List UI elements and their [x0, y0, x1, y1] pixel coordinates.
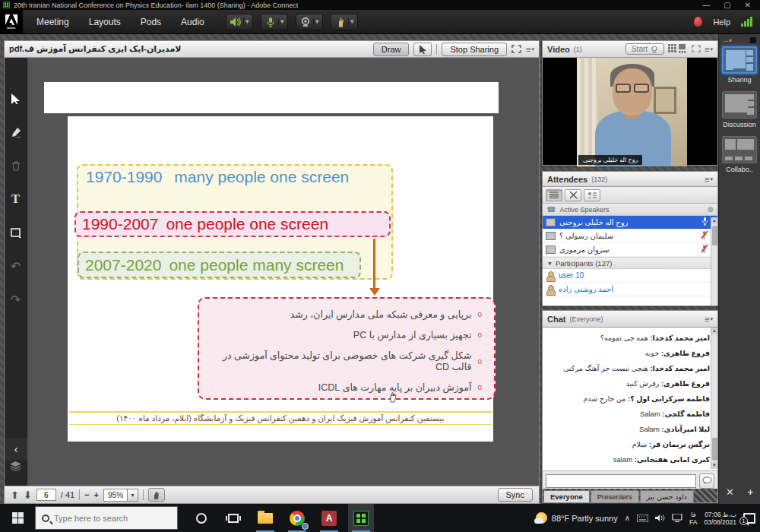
layout-discussion-thumbnail[interactable]	[722, 91, 757, 119]
participants-section-header[interactable]: ▼ Participants (127)	[543, 257, 717, 269]
layout-collaboration-label[interactable]: Collabo..	[726, 166, 753, 173]
chat-tab-presenters[interactable]: Presenters	[591, 490, 639, 502]
raise-hand-caret-icon[interactable]: ▼	[348, 18, 356, 25]
share-pod: لامدیران-ایک ایزی کنفرانس آموزش ف.pdf Dr…	[4, 40, 540, 504]
timeline-1-years: 1970-1990	[86, 168, 162, 185]
page-number-input[interactable]	[36, 489, 56, 501]
taskbar-search[interactable]	[35, 506, 178, 530]
help-link[interactable]: Help	[713, 17, 730, 27]
webcam-button[interactable]: ▼	[296, 14, 323, 30]
redo-tool[interactable]: ↷	[7, 290, 25, 309]
status-view-button[interactable]	[584, 189, 600, 201]
pan-tool-button[interactable]	[148, 488, 165, 502]
file-explorer-button[interactable]	[252, 504, 278, 532]
volume-tray-icon[interactable]	[655, 514, 665, 522]
chat-message: لیلا امیرآبادیSalam	[543, 425, 710, 433]
layouts-menu-icon[interactable]: —▾	[723, 37, 732, 44]
pointer-tool-button[interactable]	[413, 43, 432, 56]
menu-pods[interactable]: Pods	[141, 17, 161, 27]
webcam-caret-icon[interactable]: ▼	[313, 18, 321, 25]
microphone-button[interactable]: ▼	[261, 14, 288, 30]
speaker-button[interactable]: ▼	[226, 14, 253, 30]
connection-signal-icon	[741, 17, 752, 27]
chat-scope: (Everyone)	[569, 315, 603, 323]
chat-message: فروغ طاهریرفرش کنید	[543, 379, 710, 388]
menu-layouts[interactable]: Layouts	[89, 17, 121, 27]
scroll-up-icon[interactable]: ▲	[711, 217, 717, 224]
attendee-row[interactable]: سلیمان رسولی ؟	[543, 230, 717, 243]
close-button[interactable]: ✕	[745, 2, 751, 9]
maximize-button[interactable]: ▢	[724, 2, 730, 9]
participant-row[interactable]: احمد روشنی زاده	[543, 283, 717, 296]
select-arrow-tool[interactable]	[7, 90, 25, 108]
weather-widget[interactable]: 88°F Partly sunny	[536, 512, 618, 524]
list-view-button[interactable]	[546, 189, 562, 201]
access-button[interactable]: A	[316, 504, 342, 532]
layouts-close-icon[interactable]	[750, 37, 756, 43]
breakout-view-button[interactable]	[565, 189, 581, 201]
task-view-icon	[228, 514, 239, 523]
undo-tool[interactable]: ↶	[7, 257, 25, 275]
minimize-button[interactable]: —	[702, 2, 710, 9]
draw-button[interactable]: Draw	[373, 43, 410, 56]
layout-sharing-thumbnail[interactable]	[722, 46, 757, 74]
chat-tab-private[interactable]: داود حسن بیز	[640, 490, 694, 502]
add-layout-icon[interactable]: +	[747, 486, 753, 498]
network-tray-icon[interactable]	[672, 514, 682, 522]
layout-sharing-label[interactable]: Sharing	[727, 76, 751, 84]
raise-hand-button[interactable]: ▼	[331, 14, 358, 30]
send-message-button[interactable]	[699, 473, 714, 489]
text-tool[interactable]: T	[7, 190, 25, 208]
action-center-icon[interactable]: 1	[743, 513, 755, 524]
chat-pod: Chat (Everyone) ≡▾ امیر محمد کدخداهمه چی…	[542, 310, 718, 503]
fullscreen-icon[interactable]	[511, 45, 521, 53]
share-pod-menu-icon[interactable]: ≡▾	[526, 45, 534, 54]
video-pod-menu-icon[interactable]: ≡▾	[705, 45, 713, 54]
chat-scrollbar[interactable]: ▲ ▼	[711, 328, 717, 469]
language-indicator[interactable]: فا FA	[689, 511, 697, 526]
microphone-caret-icon[interactable]: ▼	[278, 18, 286, 25]
layout-collaboration-thumbnail[interactable]	[722, 136, 757, 163]
layout-tools-icon[interactable]: ✕	[726, 486, 734, 498]
search-input[interactable]	[54, 514, 160, 523]
speaker-caret-icon[interactable]: ▼	[243, 18, 251, 25]
filmstrip-view-icon[interactable]	[668, 44, 688, 54]
video-fullscreen-icon[interactable]	[692, 45, 701, 54]
chat-tab-everyone[interactable]: Everyone	[543, 490, 590, 502]
adobe-connect-button[interactable]	[348, 504, 374, 532]
layout-discussion-label[interactable]: Discussion	[723, 121, 756, 128]
attendees-scrollbar[interactable]: ▲	[711, 217, 717, 306]
keyboard-tray-icon[interactable]	[637, 515, 648, 522]
delete-tool[interactable]	[7, 157, 25, 175]
start-button[interactable]	[0, 504, 35, 532]
menu-meeting[interactable]: Meeting	[36, 17, 69, 27]
attendees-pod-menu-icon[interactable]: ≡▾	[705, 175, 713, 184]
scroll-down-icon[interactable]: ▼	[711, 462, 717, 469]
tray-overflow-icon[interactable]: ∧	[625, 514, 630, 522]
chat-pod-menu-icon[interactable]: ≡▾	[705, 315, 713, 324]
chat-input[interactable]	[546, 474, 696, 488]
marker-tool[interactable]	[7, 123, 25, 141]
participant-row[interactable]: user 10	[543, 269, 717, 283]
zoom-in-button[interactable]: +	[94, 490, 99, 499]
collapse-toolbar-button[interactable]: ‹	[5, 439, 27, 460]
taskbar-clock[interactable]: 07:06 ب.ظ 03/08/2021	[704, 511, 736, 526]
page-up-button[interactable]: ⬆	[11, 490, 19, 500]
start-webcam-icon	[651, 46, 658, 53]
task-view-button[interactable]	[220, 504, 246, 532]
shape-tool[interactable]	[7, 223, 25, 242]
cortana-button[interactable]	[188, 504, 214, 532]
attendee-row[interactable]: سروان مرموزی	[543, 243, 717, 257]
chrome-button[interactable]	[284, 504, 310, 532]
zoom-out-button[interactable]: −	[84, 490, 89, 499]
dismiss-active-speakers-icon[interactable]: ⊗	[708, 205, 714, 214]
sync-button[interactable]: Sync	[498, 488, 533, 502]
attendee-row[interactable]: روح اله خلیلی بروجنی	[543, 216, 717, 230]
menu-audio[interactable]: Audio	[181, 17, 204, 27]
start-webcam-button[interactable]: Start	[625, 43, 664, 55]
stop-sharing-button[interactable]: Stop Sharing	[442, 43, 507, 56]
recording-indicator-icon	[694, 17, 702, 27]
zoom-level-select[interactable]: 95% ▼	[103, 489, 138, 502]
page-down-button[interactable]: ⬇	[24, 490, 32, 500]
scroll-up-icon[interactable]: ▲	[711, 328, 717, 334]
